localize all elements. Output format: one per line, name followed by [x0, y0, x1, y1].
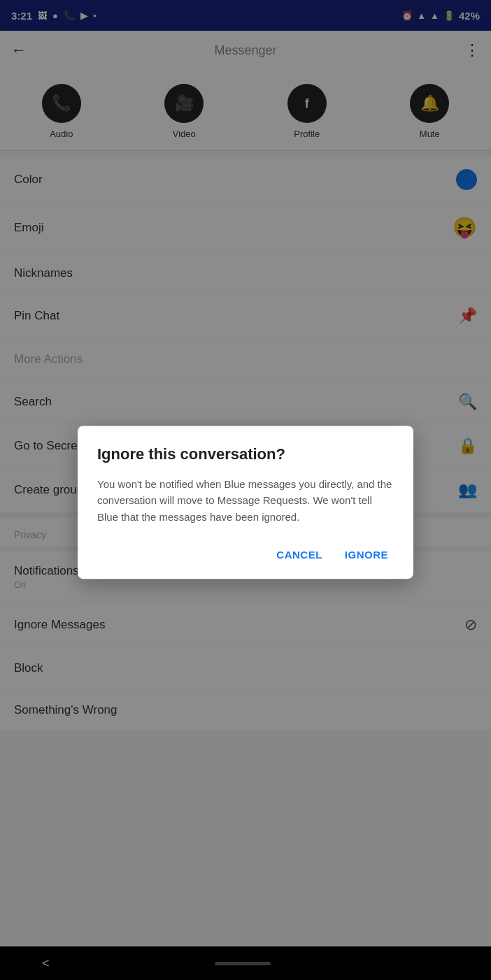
- ignore-button[interactable]: IGNORE: [339, 542, 394, 568]
- cancel-button[interactable]: CANCEL: [271, 542, 328, 568]
- ignore-dialog: Ignore this conversation? You won't be n…: [78, 426, 413, 579]
- dialog-actions: CANCEL IGNORE: [97, 542, 394, 568]
- dialog-title: Ignore this conversation?: [97, 445, 394, 463]
- dialog-body: You won't be notified when Blue messages…: [97, 476, 394, 525]
